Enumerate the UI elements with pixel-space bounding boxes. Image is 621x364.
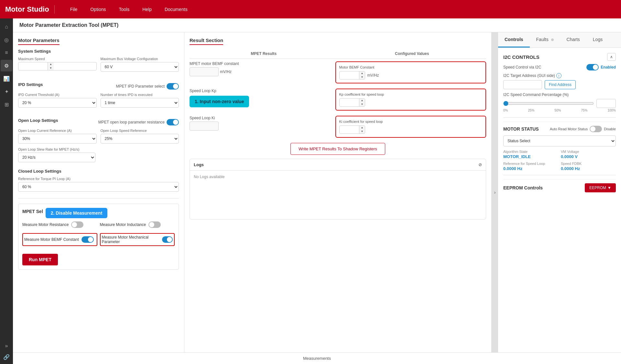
torque-pi-select[interactable]: 60 % (18, 182, 179, 192)
menu-documents[interactable]: Documents (162, 5, 190, 13)
tab-faults[interactable]: Faults (530, 32, 560, 48)
ipd-settings-title: IPD Settings (18, 82, 43, 87)
speed-loop-ref-value: 0.0000 Hz (503, 166, 558, 171)
bemf-config-input[interactable]: 0.000 (340, 71, 359, 79)
motor-status-header: MOTOR STATUS Auto Read Motor Status Disa… (503, 126, 616, 132)
open-loop-speed-ref-select[interactable]: 25% (101, 134, 179, 144)
open-loop-current-ref-select[interactable]: 30% (18, 134, 97, 144)
kp-config-up[interactable]: ▲ (359, 99, 365, 102)
write-mpet-button[interactable]: Write MPET Results To Shadow Registers (290, 143, 385, 155)
tab-controls[interactable]: Controls (498, 32, 530, 48)
menu-options[interactable]: Options (88, 5, 108, 13)
right-panel-content: I2C CONTROLS ∧ Speed Control via I2C Ena… (498, 48, 621, 352)
logs-clear-icon[interactable]: ⊘ (478, 162, 482, 167)
tab-charts[interactable]: Charts (560, 32, 586, 48)
ki-result-input[interactable]: 0.000 (190, 122, 219, 131)
result-section-title: Result Section (190, 37, 223, 45)
times-ipd-select[interactable]: 1 time (101, 98, 179, 108)
address-info-icon[interactable]: i (556, 73, 561, 78)
slider-0-label: 0% (503, 109, 508, 112)
bemf-config-unit: mV/Hz (367, 73, 379, 78)
measure-inductance-toggle[interactable] (148, 221, 161, 228)
top-bar: Motor Studio File Options Tools Help Doc… (0, 0, 621, 18)
open-loop-speed-ref-group: Open Loop Speed Reference 25% (101, 129, 179, 144)
bemf-config-col: Motor BEMF Constant 0.000 ▲ ▼ mV/Hz (335, 61, 486, 83)
measure-resistance-toggle[interactable] (71, 221, 83, 228)
run-mpet-button[interactable]: Run MPET (22, 254, 58, 265)
menu-file[interactable]: File (68, 5, 80, 13)
sidebar-chart-icon[interactable]: 📊 (1, 73, 12, 84)
status-select[interactable]: Status Select (503, 135, 616, 146)
speed-fdbk-label: Speed FDBK (561, 162, 616, 166)
sidebar-sliders-icon[interactable]: ≡ (1, 47, 12, 59)
ipd-current-threshold-select[interactable]: 20 % (18, 98, 97, 108)
speed-loop-ref-label: Reference for Speed Loop (503, 162, 558, 166)
max-bus-voltage-select[interactable]: 60 V (101, 62, 179, 72)
auto-read-toggle[interactable] (590, 126, 602, 132)
panel-toggle[interactable]: › (492, 32, 498, 352)
torque-pi-group: Reference for Torque PI Loop (A) 60 % (18, 177, 179, 192)
mpet-ipd-toggle[interactable] (167, 83, 179, 90)
auto-read-label: Auto Read Motor Status (550, 127, 588, 131)
measure-mechanical-toggle[interactable] (162, 236, 173, 243)
measure-mechanical-row: Measure Motor Mechanical Parameter (100, 233, 175, 246)
slew-rate-select[interactable]: 20 Hz/s (18, 153, 95, 162)
i2c-collapse-btn[interactable]: ∧ (607, 53, 616, 61)
sidebar-globe-icon[interactable]: ◎ (1, 34, 12, 46)
sidebar-expand-icon[interactable]: » (5, 343, 8, 349)
sidebar-home-icon[interactable]: ⌂ (1, 21, 12, 33)
system-settings-title: System Settings (18, 49, 179, 54)
configured-values-col-header: Configured Values (338, 51, 486, 56)
measurements-footer: Measurements (13, 352, 621, 364)
bemf-config-up[interactable]: ▲ (359, 71, 365, 75)
sidebar-gear-icon[interactable]: ⚙ (1, 60, 12, 71)
bemf-result-input[interactable]: 0.000 (190, 67, 219, 76)
speed-control-toggle[interactable] (586, 64, 599, 70)
address-input[interactable]: 0x0 (503, 80, 542, 89)
slider-25-label: 25% (528, 109, 534, 112)
open-loop-current-ref-label: Open Loop Current Reference (A) (18, 129, 97, 133)
measure-resistance-row: Measure Motor Resistance (22, 221, 97, 228)
max-speed-up[interactable]: ▲ (48, 62, 54, 66)
find-address-button[interactable]: Find Address (545, 80, 576, 89)
sidebar-cog-icon[interactable]: ✦ (1, 86, 12, 97)
ki-result-label: Speed Loop Ki (190, 116, 333, 120)
page-header: Motor Parameter Extraction Tool (MPET) (13, 18, 621, 32)
open-loop-toggle[interactable] (167, 119, 179, 125)
eeprom-title: EEPROM Controls (503, 185, 543, 190)
sidebar-link-icon[interactable]: 🔗 (3, 354, 10, 360)
torque-pi-label: Reference for Torque PI Loop (A) (18, 177, 179, 181)
menu-tools[interactable]: Tools (116, 5, 132, 13)
ki-config-up[interactable]: ▲ (359, 126, 365, 130)
ki-config-input[interactable]: 0.000 (340, 126, 359, 134)
auto-read-state: Disable (604, 127, 616, 131)
eeprom-button[interactable]: EEPROM ▼ (585, 183, 616, 192)
max-speed-input[interactable]: 200.000 (18, 62, 48, 70)
speed-command-value[interactable]: 0.00 (596, 99, 616, 108)
kp-config-down[interactable]: ▼ (359, 102, 365, 106)
no-logs-text: No Logs available (194, 175, 224, 179)
bemf-config-input-container: 0.000 ▲ ▼ (339, 71, 365, 80)
disable-measurement-tooltip[interactable]: 2. Disable Measurement (46, 208, 108, 218)
ki-config-label: Ki coefficient for speed loop (339, 120, 483, 123)
ki-config-down[interactable]: ▼ (359, 130, 365, 134)
kp-result-col: Speed Loop Kp 1. Input non-zero value (190, 89, 333, 107)
menu-help[interactable]: Help (140, 5, 154, 13)
sidebar-grid-icon[interactable]: ⊞ (1, 99, 12, 110)
app-title: Motor Studio (5, 5, 55, 14)
slider-50-label: 50% (554, 109, 561, 112)
measure-resistance-label: Measure Motor Resistance (22, 222, 69, 227)
open-loop-current-ref-group: Open Loop Current Reference (A) 30% (18, 129, 97, 144)
mpet-results-col-header: MPET Results (190, 51, 338, 56)
content-area: Motor Parameter Extraction Tool (MPET) M… (13, 18, 621, 364)
kp-config-input[interactable]: 0.000 (340, 99, 359, 106)
max-speed-down[interactable]: ▼ (48, 66, 54, 70)
algorithm-state-item: Algorithm State MOTOR_IDLE (503, 150, 558, 159)
page-title: Motor Parameter Extraction Tool (MPET) (19, 22, 118, 28)
measure-bemf-toggle[interactable] (82, 236, 94, 243)
left-panel: Motor Parameters System Settings Maximum… (13, 32, 184, 352)
tab-logs[interactable]: Logs (586, 32, 609, 48)
speed-command-slider[interactable] (503, 101, 594, 106)
bemf-result-unit: mV/Hz (220, 70, 232, 74)
bemf-config-down[interactable]: ▼ (359, 75, 365, 79)
